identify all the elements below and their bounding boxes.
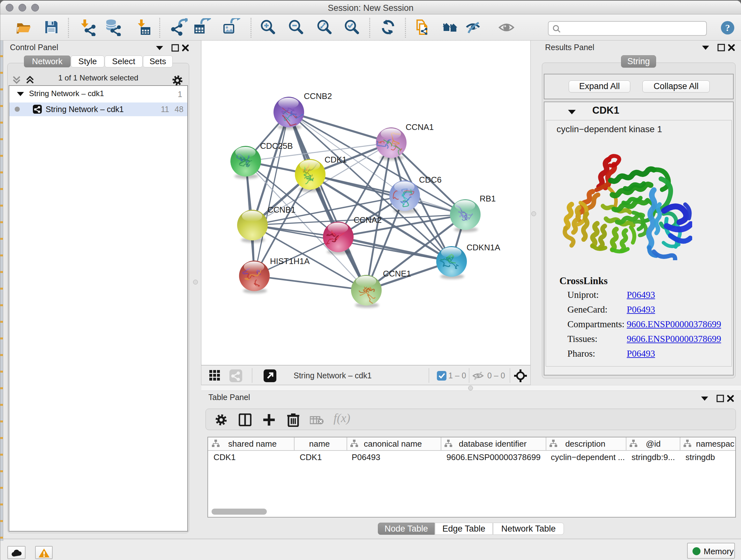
svg-text:HIST1H1A: HIST1H1A xyxy=(270,256,310,266)
svg-text:CCNE1: CCNE1 xyxy=(383,269,411,278)
svg-text:RB1: RB1 xyxy=(480,194,496,203)
svg-text:CDC25B: CDC25B xyxy=(260,141,293,151)
svg-text:CCNB1: CCNB1 xyxy=(267,205,295,214)
svg-text:CDKN1A: CDKN1A xyxy=(467,243,500,252)
svg-text:?: ? xyxy=(725,22,730,33)
svg-text:CDK1: CDK1 xyxy=(325,155,347,165)
svg-text:CCNA1: CCNA1 xyxy=(406,122,434,132)
svg-text:CCNA2: CCNA2 xyxy=(354,215,382,225)
svg-text:CDC6: CDC6 xyxy=(419,175,442,185)
svg-text:CCNB2: CCNB2 xyxy=(304,91,332,101)
